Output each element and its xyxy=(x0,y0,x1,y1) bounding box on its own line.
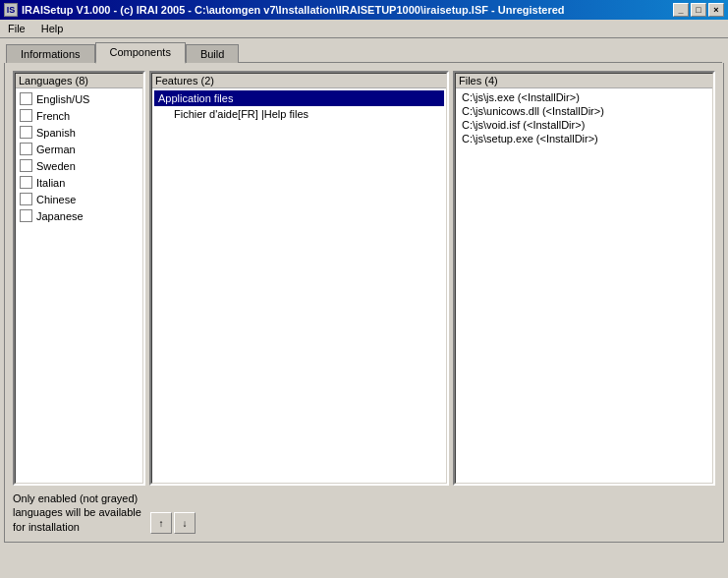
lang-checkbox-chinese[interactable] xyxy=(20,193,32,205)
feature-item-helpfiles[interactable]: Fichier d'aide[FR] |Help files xyxy=(154,106,444,122)
lang-checkbox-sweden[interactable] xyxy=(20,159,32,172)
lang-label-english: English/US xyxy=(36,93,89,105)
app-icon: IS xyxy=(4,3,18,17)
sort-buttons: ↑ ↓ xyxy=(150,512,196,534)
files-panel: Files (4) C:\js\js.exe (<InstallDir>) C:… xyxy=(453,71,715,486)
lang-item-french[interactable]: French xyxy=(18,107,140,124)
tabs-row: Informations Components Build xyxy=(0,38,728,63)
sort-up-button[interactable]: ↑ xyxy=(150,512,172,534)
lang-label-chinese: Chinese xyxy=(36,194,76,205)
close-button[interactable]: × xyxy=(708,3,724,17)
lang-label-french: French xyxy=(36,110,70,122)
menu-bar: File Help xyxy=(0,20,728,38)
languages-list: English/US French Spanish German xyxy=(16,88,142,483)
title-text: IRAISetup V1.000 - (c) IRAI 2005 - C:\au… xyxy=(22,4,565,16)
file-item-0: C:\js\js.exe (<InstallDir>) xyxy=(458,90,710,104)
lang-item-chinese[interactable]: Chinese xyxy=(18,191,140,207)
bottom-row: Only enabled (not grayed) languages will… xyxy=(13,491,715,534)
lang-label-spanish: Spanish xyxy=(36,127,76,139)
file-item-2: C:\js\void.isf (<InstallDir>) xyxy=(458,118,710,132)
files-panel-title: Files (4) xyxy=(456,74,712,88)
features-panel-title: Features (2) xyxy=(152,74,446,88)
file-item-1: C:\js\unicows.dll (<InstallDir>) xyxy=(458,104,710,118)
features-panel: Features (2) Application files Fichier d… xyxy=(149,71,449,486)
tab-components[interactable]: Components xyxy=(95,42,186,64)
files-list: C:\js\js.exe (<InstallDir>) C:\js\unicow… xyxy=(456,88,712,483)
lang-label-italian: Italian xyxy=(36,177,65,189)
lang-item-japanese[interactable]: Japanese xyxy=(18,207,140,224)
tab-informations[interactable]: Informations xyxy=(6,44,95,63)
languages-panel-title: Languages (8) xyxy=(16,74,142,88)
lang-checkbox-french[interactable] xyxy=(20,109,32,122)
lang-item-sweden[interactable]: Sweden xyxy=(18,157,140,174)
lang-item-spanish[interactable]: Spanish xyxy=(18,124,140,141)
maximize-button[interactable]: □ xyxy=(691,3,706,17)
sort-down-button[interactable]: ↓ xyxy=(174,512,196,534)
lang-label-german: German xyxy=(36,144,76,155)
panels-row: Languages (8) English/US French Spanish xyxy=(13,71,715,486)
file-item-3: C:\js\setup.exe (<InstallDir>) xyxy=(458,132,710,145)
lang-item-german[interactable]: German xyxy=(18,141,140,157)
window-controls: _ □ × xyxy=(673,3,724,17)
languages-panel: Languages (8) English/US French Spanish xyxy=(13,71,145,486)
lang-checkbox-english[interactable] xyxy=(20,92,32,105)
menu-help[interactable]: Help xyxy=(37,22,68,35)
lang-checkbox-spanish[interactable] xyxy=(20,126,32,139)
feature-item-appfiles[interactable]: Application files xyxy=(154,90,444,106)
lang-label-japanese: Japanese xyxy=(36,210,84,222)
minimize-button[interactable]: _ xyxy=(673,3,689,17)
title-bar: IS IRAISetup V1.000 - (c) IRAI 2005 - C:… xyxy=(0,0,728,20)
menu-file[interactable]: File xyxy=(4,22,29,35)
bottom-note: Only enabled (not grayed) languages will… xyxy=(13,491,150,534)
lang-item-italian[interactable]: Italian xyxy=(18,174,140,191)
lang-checkbox-japanese[interactable] xyxy=(20,209,32,222)
features-list: Application files Fichier d'aide[FR] |He… xyxy=(152,88,446,483)
lang-checkbox-german[interactable] xyxy=(20,143,32,155)
lang-label-sweden: Sweden xyxy=(36,160,76,172)
lang-checkbox-italian[interactable] xyxy=(20,176,32,189)
tab-content-area: Languages (8) English/US French Spanish xyxy=(4,63,724,543)
tab-build[interactable]: Build xyxy=(186,44,239,63)
lang-item-english[interactable]: English/US xyxy=(18,90,140,107)
